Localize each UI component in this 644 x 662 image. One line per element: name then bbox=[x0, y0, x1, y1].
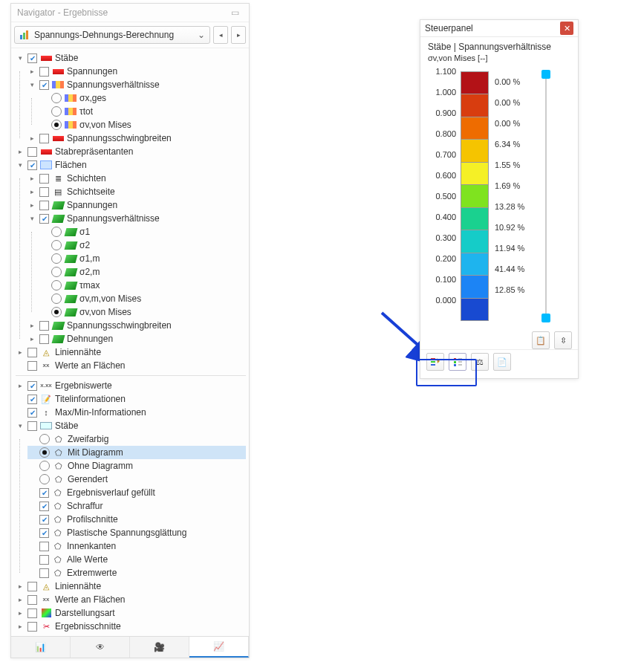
fit-colorbar-button[interactable]: ⇳ bbox=[554, 331, 572, 349]
tab-project[interactable]: 📊 bbox=[11, 637, 71, 658]
legend-colorbar bbox=[461, 71, 489, 321]
svg-point-9 bbox=[291, 585, 296, 589]
tree-item[interactable]: τtot bbox=[79, 105, 93, 118]
svg-text:0.148: 0.148 bbox=[475, 588, 494, 597]
svg-text:0.100: 0.100 bbox=[303, 589, 322, 598]
tree-item-staebe2[interactable]: Stäbe bbox=[55, 419, 78, 432]
tree-item[interactable]: Werte an Flächen bbox=[55, 593, 126, 606]
results-tree[interactable]: ▾Stäbe ▸Spannungen ▾Spannungsverhältniss… bbox=[11, 48, 249, 636]
legend-ticks: 1.1001.0000.9000.8000.7000.6000.5000.400… bbox=[428, 71, 456, 321]
balance-tab[interactable]: ⚖ bbox=[471, 353, 489, 371]
tree-item[interactable]: Profilschnitte bbox=[67, 513, 118, 526]
tree-item[interactable]: Werte an Flächen bbox=[55, 359, 126, 372]
tree-item[interactable]: Stabrepräsentanten bbox=[55, 145, 133, 158]
tree-item[interactable]: σx,ges bbox=[79, 91, 106, 105]
prev-button[interactable]: ◂ bbox=[213, 26, 228, 44]
tree-item[interactable]: σ2,m bbox=[79, 265, 100, 279]
svg-rect-55 bbox=[26, 30, 28, 39]
list-tab[interactable]: 📄 bbox=[493, 353, 511, 371]
tree-item[interactable]: σ1,m bbox=[79, 252, 100, 265]
navigator-title: Navigator - Ergebnisse bbox=[17, 4, 108, 22]
tree-item[interactable]: Gerendert bbox=[68, 473, 108, 486]
copy-colorbar-button[interactable]: 📋 bbox=[532, 331, 550, 349]
svg-point-12 bbox=[380, 614, 385, 619]
svg-text:0.145: 0.145 bbox=[550, 400, 568, 409]
svg-point-16 bbox=[619, 383, 625, 389]
svg-line-6 bbox=[319, 412, 338, 565]
tab-cameras[interactable]: 🎥 bbox=[130, 637, 189, 658]
tree-item[interactable]: Titelinformationen bbox=[55, 392, 126, 406]
tree-item[interactable]: Spannungen bbox=[67, 198, 117, 212]
tree-item[interactable]: σv,m,von Mises bbox=[79, 292, 141, 305]
book-icon: ▤ bbox=[52, 186, 64, 197]
tree-item[interactable]: Innenkanten bbox=[67, 539, 116, 553]
svg-text:0.147: 0.147 bbox=[446, 394, 464, 403]
tree-item[interactable]: Liniennähte bbox=[55, 345, 101, 359]
tree-item-flaechen[interactable]: Flächen bbox=[55, 158, 87, 172]
camera-icon: 🎥 bbox=[154, 642, 165, 652]
analysis-type-combo[interactable]: Spannungs-Dehnungs-Berechnung ⌄ bbox=[14, 26, 210, 44]
svg-rect-53 bbox=[20, 35, 22, 39]
tree-item[interactable]: Liniennähte bbox=[55, 580, 101, 593]
tree-item[interactable]: Schichten bbox=[67, 172, 106, 185]
svg-text:0.149: 0.149 bbox=[251, 429, 270, 438]
tree-item[interactable]: Spannungen bbox=[67, 65, 117, 78]
chevron-down-icon: ⌄ bbox=[198, 30, 205, 40]
tree-item[interactable]: Spannungsschwingbreiten bbox=[67, 319, 172, 332]
tree-item[interactable]: τmax bbox=[79, 279, 100, 292]
navigator-title-bar[interactable]: Navigator - Ergebnisse ▭ bbox=[11, 4, 249, 22]
svg-point-18 bbox=[414, 597, 420, 603]
svg-text:0.149: 0.149 bbox=[394, 416, 412, 425]
svg-text:0.172: 0.172 bbox=[612, 389, 631, 398]
next-button[interactable]: ▸ bbox=[231, 26, 246, 44]
svg-rect-59 bbox=[454, 358, 456, 360]
slider-handle-top[interactable] bbox=[541, 70, 550, 79]
tree-item[interactable]: Plastische Spannungsglättung bbox=[67, 526, 186, 539]
svg-rect-60 bbox=[454, 361, 456, 363]
svg-point-10 bbox=[380, 585, 385, 589]
tree-item-staebe[interactable]: Stäbe bbox=[55, 51, 78, 65]
tree-item[interactable]: Ohne Diagramm bbox=[68, 459, 133, 473]
svg-text:0.111: 0.111 bbox=[251, 530, 269, 539]
tree-item[interactable]: Alle Werte bbox=[67, 553, 108, 566]
close-button[interactable]: ✕ bbox=[560, 22, 573, 35]
legend-percent-column: 0.00 %0.00 %0.00 %6.34 %1.55 %1.69 %13.2… bbox=[495, 71, 533, 321]
tree-item[interactable]: Max/Min-Informationen bbox=[55, 406, 146, 419]
tree-item[interactable]: Ergebniswerte bbox=[55, 379, 112, 392]
svg-text:0.482: 0.482 bbox=[327, 611, 345, 620]
tab-results[interactable]: 📈 bbox=[189, 637, 249, 658]
svg-line-5 bbox=[338, 411, 386, 608]
chart-icon: 📈 bbox=[213, 641, 224, 652]
navigator-panel: Navigator - Ergebnisse ▭ Spannungs-Dehnu… bbox=[10, 3, 250, 658]
tree-item[interactable]: Spannungsverhältnisse bbox=[67, 212, 160, 225]
tree-item[interactable]: Zweifarbig bbox=[68, 432, 108, 446]
tree-item[interactable]: σv,von Mises bbox=[79, 305, 131, 319]
tree-item[interactable]: σv,von Mises bbox=[79, 118, 131, 132]
tree-item-mit-diagramm[interactable]: Mit Diagramm bbox=[68, 446, 123, 459]
tree-item[interactable]: Schraffur bbox=[67, 499, 103, 513]
tree-item[interactable]: σ1 bbox=[79, 225, 90, 238]
checkbox[interactable] bbox=[27, 53, 37, 63]
edit-colors-tab[interactable] bbox=[426, 353, 444, 371]
tree-item[interactable]: Schichtseite bbox=[67, 185, 115, 198]
legend-range-slider[interactable] bbox=[542, 71, 551, 321]
tree-item[interactable]: Spannungsschwingbreiten bbox=[67, 132, 172, 145]
svg-text:0.205: 0.205 bbox=[520, 389, 539, 398]
slider-handle-bottom[interactable] bbox=[541, 314, 550, 322]
tree-item[interactable]: σ2 bbox=[79, 238, 90, 252]
palette-icon bbox=[40, 608, 52, 618]
tree-item[interactable]: Dehnungen bbox=[67, 332, 113, 345]
tree-item[interactable]: Ergebnisverlauf gefüllt bbox=[67, 486, 155, 499]
tree-item[interactable]: Spannungsverhältnisse bbox=[67, 78, 160, 91]
tab-views[interactable]: 👁 bbox=[71, 637, 130, 658]
tree-item[interactable]: Ergebnisschnitte bbox=[55, 620, 121, 633]
tree-item[interactable]: Darstellungsart bbox=[55, 606, 115, 620]
collapse-icon[interactable]: ▭ bbox=[227, 4, 243, 22]
svg-text:0.105: 0.105 bbox=[300, 577, 319, 585]
twist-icon[interactable]: ▾ bbox=[16, 51, 25, 65]
smooth-colors-tab[interactable] bbox=[449, 353, 466, 371]
svg-text:0.087: 0.087 bbox=[365, 400, 384, 409]
svg-line-7 bbox=[338, 412, 355, 565]
svg-text:0.305: 0.305 bbox=[440, 523, 458, 532]
tree-item[interactable]: Extremwerte bbox=[67, 566, 117, 580]
